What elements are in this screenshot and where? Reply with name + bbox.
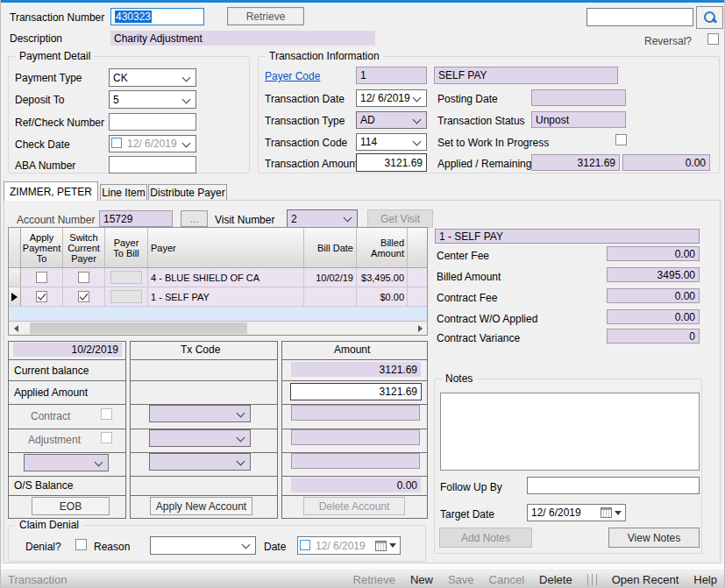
denial-date-label: Date — [264, 541, 286, 553]
row2-payer: 1 - SELF PAY — [148, 287, 304, 307]
transaction-number-value: 430323 — [115, 11, 152, 23]
row1-payer-to-bill-box[interactable] — [110, 271, 142, 284]
applied-remaining-label: Applied / Remaining — [437, 158, 531, 170]
current-row-marker-icon — [11, 293, 18, 301]
extra-txcode-combo[interactable] — [149, 453, 251, 471]
contract-label: Contract — [31, 410, 70, 422]
browse-account-button[interactable]: ... — [181, 210, 208, 227]
transaction-date-picker[interactable]: 12/ 6/2019 — [356, 89, 427, 107]
target-date-picker[interactable]: 12/ 6/2019 — [527, 504, 626, 521]
tab-line-item[interactable]: Line Item — [100, 184, 147, 201]
row1-bill-date: 10/02/19 — [304, 268, 357, 287]
current-balance-value: 3121.69 — [291, 362, 421, 377]
adjustment-checkbox[interactable] — [101, 432, 112, 443]
statusbar-retrieve[interactable]: Retrieve — [353, 573, 395, 586]
header-selector-cell — [9, 228, 21, 268]
contract-variance-label: Contract Variance — [437, 332, 520, 344]
payer-row-1[interactable]: 4 - BLUE SHIELD OF CA 10/02/19 $3,495.00 — [9, 268, 428, 287]
description-label: Description — [10, 32, 62, 45]
visit-number-combo[interactable]: 2 — [287, 209, 358, 228]
applied-amount-label: Applied Amount — [14, 386, 88, 399]
tab-patient[interactable]: ZIMMER, PETER — [4, 181, 98, 201]
transaction-status-label: Transaction Status — [437, 115, 525, 127]
denial-date-picker[interactable]: 12/ 6/2019 — [297, 536, 401, 555]
follow-up-by-label: Follow Up By — [440, 481, 502, 493]
statusbar-save[interactable]: Save — [448, 573, 474, 586]
wip-checkbox[interactable] — [615, 134, 627, 145]
contract-fee-value: 0.00 — [607, 288, 700, 303]
description-field: Charity Adjustment — [110, 31, 375, 46]
deposit-to-combo[interactable]: 5 — [109, 90, 196, 109]
apply-new-account-button[interactable]: Apply New Account — [150, 497, 252, 515]
statusbar-delete[interactable]: Delete — [539, 573, 572, 586]
scrollbar-thumb[interactable] — [30, 322, 247, 334]
scroll-left-icon[interactable] — [9, 322, 23, 335]
get-visit-button[interactable]: Get Visit — [367, 209, 433, 228]
delete-account-button[interactable]: Delete Account — [303, 497, 405, 515]
remaining-field: 0.00 — [622, 154, 710, 171]
denial-date-checkbox[interactable] — [300, 540, 310, 550]
payer-code-link[interactable]: Payer Code — [265, 70, 320, 82]
transaction-code-combo[interactable]: 114 — [356, 133, 427, 151]
view-notes-button[interactable]: View Notes — [608, 528, 700, 548]
payer-row-2[interactable]: 1 - SELF PAY $0.00 — [9, 287, 428, 307]
contract-fee-label: Contract Fee — [437, 292, 497, 304]
row1-billed-amount: $3,495.00 — [357, 268, 408, 287]
extra-row-combo[interactable] — [24, 454, 109, 471]
payment-type-combo[interactable]: CK — [109, 68, 196, 87]
payer-code-field: 1 — [356, 67, 427, 84]
search-button[interactable] — [696, 6, 723, 29]
retrieve-button[interactable]: Retrieve — [227, 7, 304, 25]
row1-selector — [9, 268, 21, 287]
tab-distribute-payer[interactable]: Distribute Payer — [148, 184, 227, 201]
statusbar-cancel[interactable]: Cancel — [489, 573, 524, 586]
transaction-number-input[interactable]: 430323 — [110, 8, 204, 25]
row2-payer-to-bill-cell — [105, 287, 148, 307]
posting-date-field — [531, 89, 626, 106]
statusbar-open-recent[interactable]: Open Recent — [612, 573, 679, 586]
eob-button[interactable]: EOB — [32, 497, 110, 515]
ref-check-input[interactable] — [109, 113, 196, 131]
transaction-amount-input[interactable]: 3121.69 — [356, 153, 427, 172]
notes-textarea[interactable] — [440, 393, 700, 471]
transaction-type-combo[interactable]: AD — [356, 111, 427, 129]
adjustment-txcode-combo[interactable] — [149, 429, 251, 447]
row2-apply-checkbox[interactable] — [36, 291, 47, 302]
scroll-right-icon[interactable] — [413, 322, 427, 335]
check-date-picker[interactable]: 12/ 6/2019 — [109, 135, 196, 152]
add-notes-button[interactable]: Add Notes — [439, 528, 532, 548]
row1-switch-checkbox[interactable] — [78, 272, 89, 283]
check-date-checkbox[interactable] — [111, 138, 122, 148]
denial-label: Denial? — [25, 541, 61, 553]
search-input[interactable] — [586, 8, 693, 26]
posting-date-label: Posting Date — [437, 93, 498, 105]
aba-label: ABA Number — [15, 159, 75, 172]
row2-selector — [9, 287, 21, 307]
col-partial — [408, 228, 428, 268]
aba-input[interactable] — [109, 156, 196, 174]
denial-reason-combo[interactable] — [150, 536, 256, 555]
statusbar-mode: Transaction — [8, 573, 67, 586]
reversal-checkbox[interactable] — [707, 33, 719, 45]
table-horizontal-scrollbar[interactable] — [9, 321, 427, 335]
contract-txcode-combo[interactable] — [149, 405, 251, 422]
center-fee-value: 0.00 — [607, 246, 700, 261]
row2-switch-checkbox[interactable] — [78, 291, 89, 302]
col-bill-date: Bill Date — [304, 228, 357, 268]
row1-apply-checkbox[interactable] — [36, 272, 47, 283]
row1-apply-cell — [21, 268, 63, 287]
claim-denial-title: Claim Denial — [16, 519, 82, 531]
search-icon — [703, 11, 717, 25]
extra-amount-field — [291, 453, 420, 469]
amount-header: Amount — [334, 344, 370, 356]
denial-checkbox[interactable] — [75, 539, 87, 550]
billed-amount-label: Billed Amount — [437, 271, 501, 283]
applied-amount-input[interactable]: 3121.69 — [290, 383, 422, 400]
account-number-label: Account Number — [17, 214, 95, 226]
adjustment-amount-field — [291, 429, 420, 445]
row2-payer-to-bill-box[interactable] — [110, 290, 142, 303]
statusbar-new[interactable]: New — [410, 573, 433, 586]
follow-up-by-input[interactable] — [527, 477, 700, 494]
statusbar-help[interactable]: Help — [693, 573, 717, 586]
contract-checkbox[interactable] — [101, 408, 112, 420]
